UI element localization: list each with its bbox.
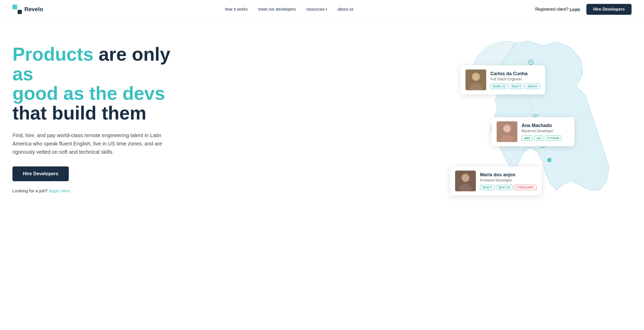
tag-react: REACT xyxy=(509,84,524,89)
dev-role-maria: Frontend Developer xyxy=(480,178,537,182)
hero-subtext: Find, hire, and pay world-class remote e… xyxy=(12,131,168,156)
chevron-down-icon: ▾ xyxy=(326,8,327,11)
login-link[interactable]: Login xyxy=(570,7,580,11)
dev-photo-carlos xyxy=(465,69,486,90)
dev-name-maria: Maria dos anjos xyxy=(480,172,537,178)
dev-card-maria: Maria dos anjos Frontend Developer REACT… xyxy=(450,166,542,195)
nav-right: Registered client? Login Hire Developers xyxy=(535,4,632,15)
nav-meet-developers[interactable]: meet our developers xyxy=(258,7,296,12)
dev-tags-maria: REACT NEXT.JS TYPESCRIPT xyxy=(480,185,537,190)
nav-hire-button[interactable]: Hire Developers xyxy=(586,4,632,15)
heading-products: Products xyxy=(12,44,93,65)
svg-point-28 xyxy=(462,175,469,181)
dev-photo-maria xyxy=(455,171,476,191)
hero-heading: Products are only as good as the devs th… xyxy=(12,45,189,123)
hero-map-area: Carlos da Cunha Full Stack Engineer NODE… xyxy=(419,29,632,179)
tag-python: PYTHON xyxy=(545,136,561,141)
tag-go: GO xyxy=(534,136,543,141)
logo-text: Revelo xyxy=(24,6,43,13)
dev-tags-carlos: NODE.JS REACT REDUX xyxy=(490,84,540,89)
nav-how-it-works[interactable]: how it works xyxy=(225,7,248,12)
hero-job-text: Looking for a job? Apply here xyxy=(12,188,189,194)
dev-info-maria: Maria dos anjos Frontend Developer REACT… xyxy=(480,172,537,190)
registered-label: Registered client? Login xyxy=(535,7,580,12)
nav-about-us[interactable]: about us xyxy=(338,7,353,12)
logo-link[interactable]: Revelo xyxy=(12,5,43,14)
dev-name-carlos: Carlos da Cunha xyxy=(490,71,540,76)
svg-point-20 xyxy=(473,74,479,80)
nav-resources[interactable]: resources ▾ xyxy=(306,7,327,12)
dev-info-ana: Ana Machado Backend Developer AWS GO PYT… xyxy=(522,123,569,141)
hero-content: Products are only as good as the devs th… xyxy=(12,34,189,194)
hero-hire-button[interactable]: Hire Developers xyxy=(12,166,69,181)
tag-aws: AWS xyxy=(522,136,533,141)
navbar: Revelo how it works meet our developers … xyxy=(0,0,644,19)
tag-nextjs: NEXT.JS xyxy=(496,185,512,190)
dev-card-carlos: Carlos da Cunha Full Stack Engineer NODE… xyxy=(460,65,545,94)
dev-role-ana: Backend Developer xyxy=(522,129,569,133)
dev-card-ana: Ana Machado Backend Developer AWS GO PYT… xyxy=(491,117,574,146)
dev-name-ana: Ana Machado xyxy=(522,123,569,128)
logo-icon xyxy=(12,5,22,14)
hero-section: Products are only as good as the devs th… xyxy=(0,19,644,330)
dev-info-carlos: Carlos da Cunha Full Stack Engineer NODE… xyxy=(490,71,540,89)
tag-react-fe: REACT xyxy=(480,185,495,190)
dev-photo-ana xyxy=(497,121,517,142)
developer-cards: Carlos da Cunha Full Stack Engineer NODE… xyxy=(419,29,632,179)
apply-link[interactable]: Apply here xyxy=(49,188,70,193)
dev-role-carlos: Full Stack Engineer xyxy=(490,77,540,81)
tag-nodejs: NODE.JS xyxy=(490,84,508,89)
tag-redux: REDUX xyxy=(525,84,540,89)
nav-links: how it works meet our developers resourc… xyxy=(225,7,354,12)
svg-point-24 xyxy=(504,125,510,132)
tag-typescript: TYPESCRIPT xyxy=(514,185,537,190)
dev-tags-ana: AWS GO PYTHON xyxy=(522,136,569,141)
